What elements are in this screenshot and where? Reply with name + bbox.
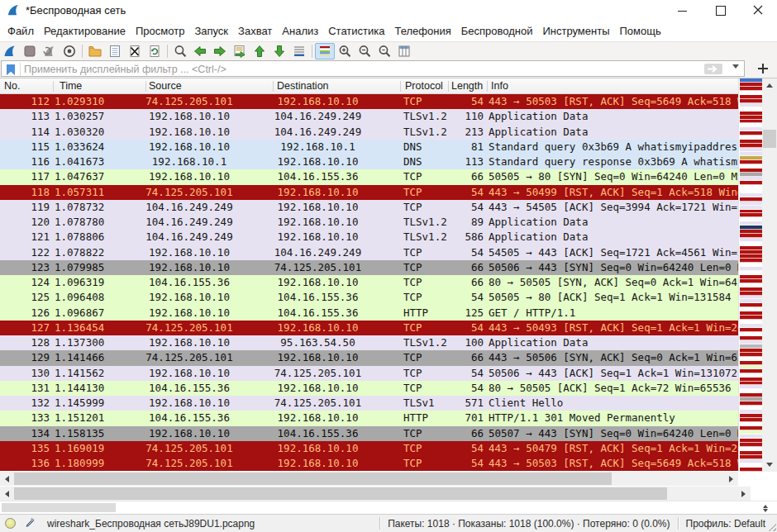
filter-dropdown-caret[interactable]: [732, 64, 739, 69]
expert-info-icon[interactable]: [5, 518, 16, 529]
resize-columns-icon[interactable]: [394, 43, 414, 59]
menu-item-3[interactable]: Просмотр: [131, 25, 189, 37]
packet-row-131[interactable]: 1311.144130104.16.155.36192.168.10.10TCP…: [0, 381, 738, 396]
packet-list-hscrollbar[interactable]: [0, 472, 738, 486]
packet-row-133[interactable]: 1331.151201104.16.155.36192.168.10.10HTT…: [0, 411, 738, 425]
maximize-button[interactable]: [701, 0, 739, 21]
packet-row-125[interactable]: 1251.096408192.168.10.10104.16.155.36TCP…: [0, 290, 738, 305]
packet-row-118[interactable]: 1181.05731174.125.205.101192.168.10.10TC…: [0, 185, 738, 200]
packet-row-129[interactable]: 1291.14146674.125.205.101192.168.10.10TC…: [0, 350, 738, 365]
auto-scroll-icon[interactable]: [289, 43, 309, 59]
packet-row-130[interactable]: 1301.141562192.168.10.1074.125.205.101TC…: [0, 366, 738, 381]
restart-capture-icon[interactable]: [40, 43, 60, 59]
packet-row-115[interactable]: 1151.033624192.168.10.10192.168.10.1DNS8…: [0, 140, 738, 154]
cell-len: 54: [445, 186, 484, 198]
packet-row-113[interactable]: 1131.030257192.168.10.10104.16.249.249TL…: [0, 109, 738, 124]
menu-item-8[interactable]: Телефония: [389, 25, 455, 37]
cell-proto: TCP: [403, 95, 422, 107]
start-capture-icon[interactable]: [0, 43, 20, 59]
go-forward-icon[interactable]: [210, 43, 230, 59]
packet-row-114[interactable]: 1141.030320192.168.10.10104.16.249.249TL…: [0, 125, 738, 140]
stop-capture-icon[interactable]: [20, 43, 40, 59]
scroll-left-arrow[interactable]: [0, 487, 14, 501]
column-header-source[interactable]: Source: [149, 80, 182, 92]
apply-filter-button[interactable]: [704, 64, 722, 74]
column-header-info[interactable]: Info: [491, 80, 508, 92]
hscrollbar-thumb[interactable]: [14, 473, 612, 485]
reload-file-icon[interactable]: [145, 43, 164, 59]
filter-bookmark-icon[interactable]: [4, 64, 17, 76]
menu-item-6[interactable]: Анализ: [277, 25, 323, 37]
cell-info: 50506 → 443 [ACK] Seq=1 Ack=1 Win=131072…: [489, 367, 738, 379]
capture-comment-icon[interactable]: [23, 517, 35, 529]
menu-item-7[interactable]: Статистика: [323, 25, 389, 37]
menu-item-4[interactable]: Запуск: [189, 25, 233, 37]
scroll-left-arrow[interactable]: [0, 472, 14, 486]
open-file-icon[interactable]: [85, 43, 105, 59]
scroll-up-arrow[interactable]: [762, 78, 777, 93]
packet-row-124[interactable]: 1241.096319104.16.155.36192.168.10.10TCP…: [0, 275, 738, 290]
packet-row-126[interactable]: 1261.096867192.168.10.10104.16.155.36HTT…: [0, 306, 738, 321]
cell-no: 126: [0, 306, 50, 319]
packet-minimap-scrollbar[interactable]: [738, 78, 762, 472]
menu-item-2[interactable]: Редактирование: [39, 25, 131, 37]
scroll-right-arrow[interactable]: [724, 472, 738, 486]
capture-options-icon[interactable]: [60, 43, 79, 59]
packet-row-112[interactable]: 1121.02931074.125.205.101192.168.10.10TC…: [0, 94, 738, 109]
menu-item-5[interactable]: Захват: [233, 25, 277, 37]
packet-row-127[interactable]: 1271.13645474.125.205.101192.168.10.10TC…: [0, 321, 738, 335]
column-header-no[interactable]: No.: [4, 80, 20, 92]
secondary-hscrollbar[interactable]: [0, 487, 751, 501]
go-to-packet-icon[interactable]: [230, 43, 250, 59]
packet-row-120[interactable]: 1201.078780104.16.249.249192.168.10.10TL…: [0, 215, 738, 230]
packet-row-136[interactable]: 1361.18099974.125.205.101192.168.10.10TC…: [0, 456, 738, 471]
add-filter-button[interactable]: [754, 61, 772, 77]
cell-info: Standard query 0x3b69 A whatismyipaddres…: [489, 140, 738, 153]
vertical-scrollbar[interactable]: [762, 78, 777, 472]
packet-row-121[interactable]: 1211.078806104.16.249.249192.168.10.10TL…: [0, 230, 738, 245]
hscrollbar-thumb[interactable]: [14, 487, 667, 500]
close-file-icon[interactable]: [125, 43, 145, 59]
profile-label[interactable]: Профиль: Default: [686, 518, 766, 530]
vertical-scrollbar-thumb[interactable]: [763, 130, 776, 148]
display-filter-input[interactable]: Применить дисплейный фильтр ... <Ctrl-/>: [1, 60, 745, 77]
packet-row-132[interactable]: 1321.145999192.168.10.1074.125.205.101TL…: [0, 396, 738, 411]
packet-row-117[interactable]: 1171.047637192.168.10.10104.16.155.36TCP…: [0, 169, 738, 184]
packet-row-134[interactable]: 1341.158135192.168.10.10104.16.155.36TCP…: [0, 426, 738, 441]
zoom-out-icon[interactable]: [355, 43, 374, 59]
packet-row-122[interactable]: 1221.078822192.168.10.10104.16.249.249TC…: [0, 245, 738, 260]
packet-row-119[interactable]: 1191.078732104.16.249.249192.168.10.10TC…: [0, 200, 738, 215]
column-header-destination[interactable]: Destination: [277, 80, 329, 92]
packet-row-116[interactable]: 1161.041673192.168.10.1192.168.10.10DNS1…: [0, 154, 738, 169]
cell-no: 124: [0, 276, 50, 288]
menu-item-10[interactable]: Инструменты: [537, 25, 614, 37]
cell-dst: 192.168.10.10: [266, 276, 369, 288]
packet-row-128[interactable]: 1281.137300192.168.10.1095.163.54.50TLSv…: [0, 335, 738, 350]
menu-item-9[interactable]: Беспроводной: [456, 25, 538, 37]
minimize-button[interactable]: [663, 0, 701, 21]
column-header-protocol[interactable]: Protocol: [405, 80, 443, 92]
menu-item-1[interactable]: Файл: [2, 25, 39, 37]
filter-placeholder: Применить дисплейный фильтр ... <Ctrl-/>: [24, 64, 226, 75]
cell-time: 1.144130: [55, 382, 104, 394]
packet-row-123[interactable]: 1231.079985192.168.10.1074.125.205.101TC…: [0, 260, 738, 275]
go-last-icon[interactable]: [269, 43, 289, 59]
resize-grip[interactable]: [766, 521, 776, 531]
zoom-in-icon[interactable]: [335, 43, 355, 59]
column-header-length[interactable]: Length: [451, 80, 483, 92]
zoom-reset-icon[interactable]: [374, 43, 394, 59]
close-button[interactable]: [739, 0, 777, 21]
go-back-icon[interactable]: [190, 43, 210, 59]
cell-src: 74.125.205.101: [137, 442, 241, 454]
menu-item-11[interactable]: Помощь: [615, 25, 666, 37]
colorize-icon[interactable]: [315, 43, 335, 59]
find-packet-icon[interactable]: [170, 43, 190, 59]
scroll-right-arrow[interactable]: [736, 487, 751, 501]
column-header-time[interactable]: Time: [60, 80, 82, 92]
scroll-down-arrow[interactable]: [762, 458, 777, 472]
cell-len: 113: [445, 155, 484, 168]
pane-splitter-handle[interactable]: [759, 502, 772, 514]
go-first-icon[interactable]: [250, 43, 269, 59]
save-file-icon[interactable]: [105, 43, 125, 59]
packet-row-135[interactable]: 1351.16901974.125.205.101192.168.10.10TC…: [0, 441, 738, 456]
